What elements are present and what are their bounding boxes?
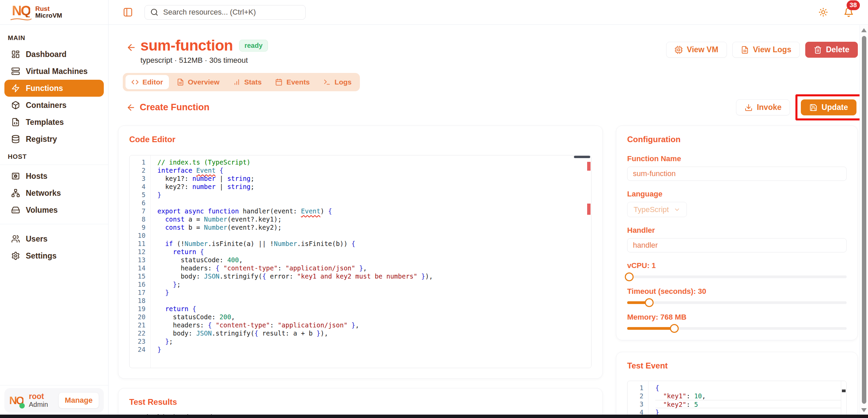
sidebar-item-settings[interactable]: Settings	[0, 247, 108, 264]
notification-badge: 38	[847, 0, 860, 10]
sidebar-item-label: Settings	[26, 251, 57, 261]
code-editor-title: Code Editor	[129, 135, 592, 144]
sidebar-item-templates[interactable]: Templates	[0, 114, 108, 131]
tab-overview[interactable]: Overview	[171, 75, 225, 89]
code-line: }	[157, 345, 591, 354]
search-input[interactable]	[162, 7, 300, 17]
editor-overview-ruler[interactable]	[586, 155, 591, 368]
users-icon	[11, 234, 20, 243]
line-number: 10	[130, 231, 150, 240]
code-icon	[131, 78, 139, 86]
timeout-slider-label: Timeout (seconds): 30	[627, 287, 847, 296]
delete-button[interactable]: Delete	[805, 42, 858, 58]
code-line: return {	[157, 305, 591, 313]
arrow-left-icon	[126, 42, 136, 53]
sidebar-item-virtual-machines[interactable]: Virtual Machines	[0, 63, 108, 80]
code-line: statusCode: 200,	[157, 313, 591, 321]
line-number: 15	[130, 272, 150, 280]
theme-toggle-icon[interactable]	[818, 7, 828, 17]
sidebar-toggle-icon[interactable]	[123, 7, 133, 17]
sidebar-item-label: Templates	[26, 118, 64, 127]
brand-logo-icon: NQ	[10, 4, 32, 21]
sidebar-item-dashboard[interactable]: Dashboard	[0, 46, 108, 63]
hard-drive-icon	[11, 206, 20, 214]
bottom-bar	[0, 415, 868, 418]
manage-button[interactable]: Manage	[58, 392, 99, 408]
view-vm-button[interactable]: View VM	[666, 42, 727, 58]
sidebar-section-label: MAIN	[0, 29, 108, 46]
page-scrollbar-thumb[interactable]	[862, 36, 866, 404]
test-event-editor[interactable]: 1234 { "key1": 10, "key2": 5}	[627, 381, 847, 418]
sidebar-footer: NQ root Admin Manage	[0, 385, 108, 418]
bar-chart-icon	[233, 78, 240, 86]
line-number: 23	[130, 337, 150, 345]
line-number: 1	[628, 384, 648, 392]
memory-slider-thumb[interactable]	[670, 324, 679, 333]
code-line: if (!Number.isFinite(a) || !Number.isFin…	[157, 240, 591, 248]
memory-slider-label: Memory: 768 MB	[627, 313, 847, 322]
code-line: headers: { "content-type": "application/…	[157, 321, 591, 329]
page-scrollbar[interactable]	[860, 25, 868, 415]
sidebar-item-label: Networks	[26, 189, 61, 198]
line-number: 3	[130, 174, 150, 183]
update-button[interactable]: Update	[801, 99, 856, 115]
user-name: root	[29, 392, 48, 401]
code-editor[interactable]: 123456789101112131415161718192021222324 …	[129, 155, 592, 368]
sidebar-item-functions[interactable]: Functions	[4, 80, 104, 97]
divider	[0, 165, 108, 165]
sidebar-item-label: Hosts	[26, 172, 47, 181]
status-badge: ready	[239, 40, 268, 52]
memory-slider[interactable]	[627, 327, 847, 330]
language-label: Language	[627, 190, 847, 198]
function-name-label: Function Name	[627, 154, 847, 163]
tab-logs[interactable]: Logs	[317, 75, 357, 89]
function-name-input[interactable]	[627, 167, 847, 181]
sidebar-item-containers[interactable]: Containers	[0, 97, 108, 114]
database-icon	[11, 135, 20, 144]
sidebar-item-users[interactable]: Users	[0, 230, 108, 247]
layout-dashboard-icon	[11, 50, 20, 59]
search-box[interactable]	[144, 5, 306, 20]
code-line	[157, 199, 591, 207]
tab-editor[interactable]: Editor	[126, 75, 169, 89]
line-number: 24	[130, 345, 150, 354]
timeout-slider[interactable]	[627, 301, 847, 304]
editor-scrollbar-thumb[interactable]	[574, 156, 590, 158]
scroll-up-arrow-icon[interactable]	[861, 28, 867, 32]
test-event-scrollbar[interactable]	[841, 381, 846, 418]
timeout-slider-thumb[interactable]	[645, 298, 654, 307]
sidebar-item-label: Volumes	[26, 206, 58, 215]
brand-name: Rust MicroVM	[35, 5, 62, 19]
settings-icon	[11, 251, 20, 260]
tab-events[interactable]: Events	[269, 75, 315, 89]
cpu-icon	[675, 46, 683, 54]
code-gutter: 123456789101112131415161718192021222324	[130, 155, 151, 368]
tab-stats[interactable]: Stats	[227, 75, 267, 89]
line-number: 19	[130, 305, 150, 313]
code-line: headers: { "content-type": "application/…	[157, 264, 591, 272]
test-results-card: Test Results Result of the last invocati…	[118, 388, 603, 418]
notifications-button[interactable]: 38	[844, 7, 854, 17]
handler-input[interactable]	[627, 238, 847, 252]
invoke-button[interactable]: Invoke	[736, 99, 790, 115]
user-card[interactable]: NQ root Admin Manage	[4, 388, 104, 413]
code-line: body: JSON.stringify({ error: "key1 and …	[157, 272, 591, 280]
error-mark	[587, 162, 591, 171]
line-number: 21	[130, 321, 150, 329]
back-button[interactable]	[126, 42, 136, 53]
vcpu-slider[interactable]	[627, 276, 847, 278]
handler-label: Handler	[627, 226, 847, 235]
sidebar-item-volumes[interactable]: Volumes	[0, 202, 108, 218]
network-icon	[11, 189, 20, 197]
test-event-title: Test Event	[627, 361, 847, 370]
sidebar-item-networks[interactable]: Networks	[0, 185, 108, 202]
sidebar-item-hosts[interactable]: Hosts	[0, 168, 108, 185]
view-logs-button[interactable]: View Logs	[732, 42, 800, 58]
language-select[interactable]: TypeScript	[627, 202, 687, 217]
create-back-button[interactable]	[126, 103, 136, 112]
scroll-down-arrow-icon[interactable]	[861, 408, 867, 412]
user-role: Admin	[29, 401, 48, 408]
zap-icon	[11, 84, 20, 93]
sidebar-item-registry[interactable]: Registry	[0, 131, 108, 148]
vcpu-slider-thumb[interactable]	[625, 272, 634, 281]
